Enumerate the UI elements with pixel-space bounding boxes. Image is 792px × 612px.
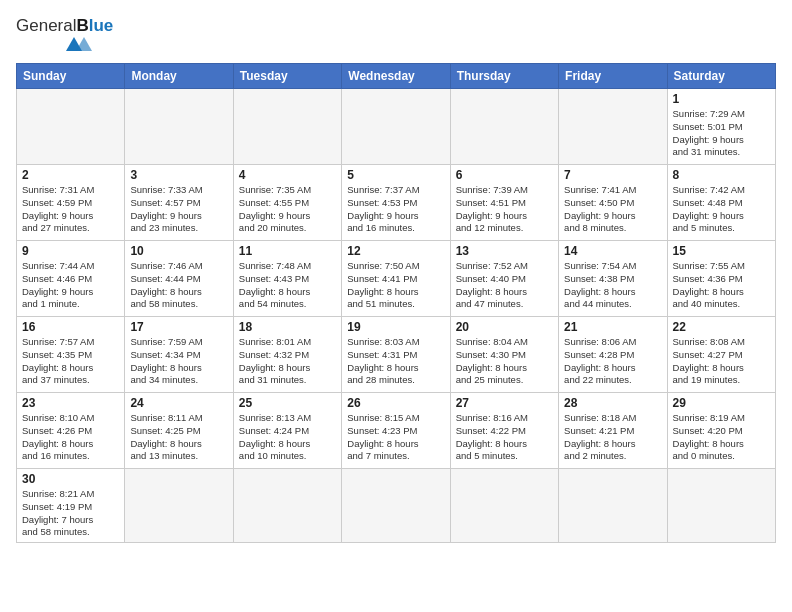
calendar-cell: 4Sunrise: 7:35 AM Sunset: 4:55 PM Daylig… — [233, 165, 341, 241]
day-info: Sunrise: 7:41 AM Sunset: 4:50 PM Dayligh… — [564, 184, 661, 235]
calendar-week-5: 23Sunrise: 8:10 AM Sunset: 4:26 PM Dayli… — [17, 393, 776, 469]
day-number: 23 — [22, 396, 119, 410]
calendar-cell: 11Sunrise: 7:48 AM Sunset: 4:43 PM Dayli… — [233, 241, 341, 317]
calendar-header-row: SundayMondayTuesdayWednesdayThursdayFrid… — [17, 64, 776, 89]
day-number: 24 — [130, 396, 227, 410]
calendar-cell: 15Sunrise: 7:55 AM Sunset: 4:36 PM Dayli… — [667, 241, 775, 317]
day-info: Sunrise: 8:11 AM Sunset: 4:25 PM Dayligh… — [130, 412, 227, 463]
calendar-week-2: 2Sunrise: 7:31 AM Sunset: 4:59 PM Daylig… — [17, 165, 776, 241]
calendar-cell: 25Sunrise: 8:13 AM Sunset: 4:24 PM Dayli… — [233, 393, 341, 469]
day-info: Sunrise: 8:13 AM Sunset: 4:24 PM Dayligh… — [239, 412, 336, 463]
day-info: Sunrise: 8:03 AM Sunset: 4:31 PM Dayligh… — [347, 336, 444, 387]
weekday-header-sunday: Sunday — [17, 64, 125, 89]
page-header: GeneralBlue — [16, 16, 776, 55]
day-number: 27 — [456, 396, 553, 410]
day-info: Sunrise: 8:16 AM Sunset: 4:22 PM Dayligh… — [456, 412, 553, 463]
day-info: Sunrise: 8:18 AM Sunset: 4:21 PM Dayligh… — [564, 412, 661, 463]
calendar-cell — [342, 89, 450, 165]
calendar-cell: 21Sunrise: 8:06 AM Sunset: 4:28 PM Dayli… — [559, 317, 667, 393]
weekday-header-monday: Monday — [125, 64, 233, 89]
calendar-cell: 14Sunrise: 7:54 AM Sunset: 4:38 PM Dayli… — [559, 241, 667, 317]
day-number: 7 — [564, 168, 661, 182]
logo: GeneralBlue — [16, 16, 113, 55]
day-info: Sunrise: 8:15 AM Sunset: 4:23 PM Dayligh… — [347, 412, 444, 463]
day-info: Sunrise: 8:10 AM Sunset: 4:26 PM Dayligh… — [22, 412, 119, 463]
day-info: Sunrise: 7:37 AM Sunset: 4:53 PM Dayligh… — [347, 184, 444, 235]
calendar-cell — [450, 89, 558, 165]
day-number: 16 — [22, 320, 119, 334]
day-info: Sunrise: 7:44 AM Sunset: 4:46 PM Dayligh… — [22, 260, 119, 311]
day-info: Sunrise: 7:48 AM Sunset: 4:43 PM Dayligh… — [239, 260, 336, 311]
day-info: Sunrise: 7:59 AM Sunset: 4:34 PM Dayligh… — [130, 336, 227, 387]
day-info: Sunrise: 7:52 AM Sunset: 4:40 PM Dayligh… — [456, 260, 553, 311]
weekday-header-thursday: Thursday — [450, 64, 558, 89]
calendar-cell: 23Sunrise: 8:10 AM Sunset: 4:26 PM Dayli… — [17, 393, 125, 469]
calendar-cell — [559, 89, 667, 165]
calendar-cell: 18Sunrise: 8:01 AM Sunset: 4:32 PM Dayli… — [233, 317, 341, 393]
day-number: 8 — [673, 168, 770, 182]
calendar-cell: 30Sunrise: 8:21 AM Sunset: 4:19 PM Dayli… — [17, 469, 125, 543]
calendar-cell: 22Sunrise: 8:08 AM Sunset: 4:27 PM Dayli… — [667, 317, 775, 393]
weekday-header-friday: Friday — [559, 64, 667, 89]
calendar-cell — [450, 469, 558, 543]
day-number: 14 — [564, 244, 661, 258]
day-number: 11 — [239, 244, 336, 258]
calendar-cell — [17, 89, 125, 165]
calendar-cell — [667, 469, 775, 543]
calendar-cell: 12Sunrise: 7:50 AM Sunset: 4:41 PM Dayli… — [342, 241, 450, 317]
calendar-week-6: 30Sunrise: 8:21 AM Sunset: 4:19 PM Dayli… — [17, 469, 776, 543]
logo-text: GeneralBlue — [16, 16, 113, 36]
calendar-cell: 20Sunrise: 8:04 AM Sunset: 4:30 PM Dayli… — [450, 317, 558, 393]
calendar-cell: 7Sunrise: 7:41 AM Sunset: 4:50 PM Daylig… — [559, 165, 667, 241]
day-info: Sunrise: 7:29 AM Sunset: 5:01 PM Dayligh… — [673, 108, 770, 159]
day-number: 4 — [239, 168, 336, 182]
logo-icon — [66, 37, 106, 55]
day-number: 30 — [22, 472, 119, 486]
day-number: 6 — [456, 168, 553, 182]
calendar-cell: 10Sunrise: 7:46 AM Sunset: 4:44 PM Dayli… — [125, 241, 233, 317]
day-number: 28 — [564, 396, 661, 410]
calendar-cell: 13Sunrise: 7:52 AM Sunset: 4:40 PM Dayli… — [450, 241, 558, 317]
calendar-cell: 28Sunrise: 8:18 AM Sunset: 4:21 PM Dayli… — [559, 393, 667, 469]
day-number: 18 — [239, 320, 336, 334]
day-info: Sunrise: 8:01 AM Sunset: 4:32 PM Dayligh… — [239, 336, 336, 387]
calendar-table: SundayMondayTuesdayWednesdayThursdayFrid… — [16, 63, 776, 543]
day-number: 2 — [22, 168, 119, 182]
calendar-cell: 17Sunrise: 7:59 AM Sunset: 4:34 PM Dayli… — [125, 317, 233, 393]
calendar-cell: 1Sunrise: 7:29 AM Sunset: 5:01 PM Daylig… — [667, 89, 775, 165]
calendar-cell: 2Sunrise: 7:31 AM Sunset: 4:59 PM Daylig… — [17, 165, 125, 241]
calendar-cell: 27Sunrise: 8:16 AM Sunset: 4:22 PM Dayli… — [450, 393, 558, 469]
calendar-cell — [559, 469, 667, 543]
calendar-cell: 8Sunrise: 7:42 AM Sunset: 4:48 PM Daylig… — [667, 165, 775, 241]
calendar-cell: 16Sunrise: 7:57 AM Sunset: 4:35 PM Dayli… — [17, 317, 125, 393]
day-info: Sunrise: 7:50 AM Sunset: 4:41 PM Dayligh… — [347, 260, 444, 311]
day-info: Sunrise: 7:57 AM Sunset: 4:35 PM Dayligh… — [22, 336, 119, 387]
calendar-cell — [342, 469, 450, 543]
day-info: Sunrise: 7:54 AM Sunset: 4:38 PM Dayligh… — [564, 260, 661, 311]
calendar-cell: 24Sunrise: 8:11 AM Sunset: 4:25 PM Dayli… — [125, 393, 233, 469]
day-number: 22 — [673, 320, 770, 334]
day-number: 10 — [130, 244, 227, 258]
weekday-header-tuesday: Tuesday — [233, 64, 341, 89]
day-info: Sunrise: 8:06 AM Sunset: 4:28 PM Dayligh… — [564, 336, 661, 387]
day-info: Sunrise: 8:21 AM Sunset: 4:19 PM Dayligh… — [22, 488, 119, 539]
calendar-cell: 3Sunrise: 7:33 AM Sunset: 4:57 PM Daylig… — [125, 165, 233, 241]
day-number: 20 — [456, 320, 553, 334]
day-info: Sunrise: 7:35 AM Sunset: 4:55 PM Dayligh… — [239, 184, 336, 235]
svg-marker-1 — [76, 37, 92, 51]
day-info: Sunrise: 8:08 AM Sunset: 4:27 PM Dayligh… — [673, 336, 770, 387]
day-info: Sunrise: 7:31 AM Sunset: 4:59 PM Dayligh… — [22, 184, 119, 235]
calendar-cell: 26Sunrise: 8:15 AM Sunset: 4:23 PM Dayli… — [342, 393, 450, 469]
day-info: Sunrise: 7:46 AM Sunset: 4:44 PM Dayligh… — [130, 260, 227, 311]
day-number: 29 — [673, 396, 770, 410]
day-number: 15 — [673, 244, 770, 258]
day-info: Sunrise: 7:42 AM Sunset: 4:48 PM Dayligh… — [673, 184, 770, 235]
day-number: 3 — [130, 168, 227, 182]
calendar-cell — [125, 469, 233, 543]
calendar-cell — [233, 89, 341, 165]
calendar-cell: 5Sunrise: 7:37 AM Sunset: 4:53 PM Daylig… — [342, 165, 450, 241]
day-number: 5 — [347, 168, 444, 182]
day-number: 19 — [347, 320, 444, 334]
calendar-cell: 9Sunrise: 7:44 AM Sunset: 4:46 PM Daylig… — [17, 241, 125, 317]
calendar-week-3: 9Sunrise: 7:44 AM Sunset: 4:46 PM Daylig… — [17, 241, 776, 317]
